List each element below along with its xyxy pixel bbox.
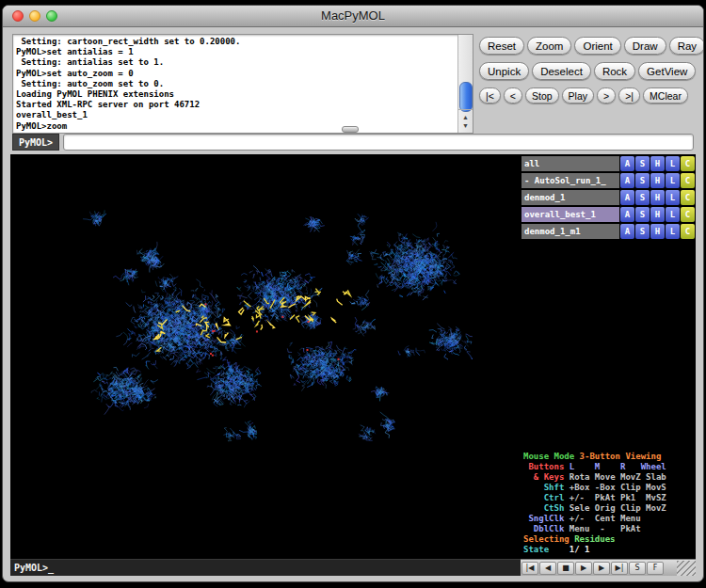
playback-button-0[interactable]: |◀ [521,562,538,575]
control-button-unpick[interactable]: Unpick [479,62,529,80]
mouse-panel-text: L M R Wheel [570,462,666,471]
object-action-s-button[interactable]: S [635,173,650,188]
object-action-l-button[interactable]: L [666,190,680,205]
playback-button-1[interactable]: ◀ [539,562,556,575]
resize-grip[interactable] [677,561,696,576]
mouse-panel-text: & Keys [523,472,570,482]
object-action-l-button[interactable]: L [666,224,680,239]
playback-button-4[interactable]: ▶ [593,562,610,575]
object-action-h-button[interactable]: H [650,224,665,239]
playback-button-7[interactable]: F [647,562,664,575]
control-button-btn[interactable]: >| [618,87,640,103]
object-action-s-button[interactable]: S [635,224,650,239]
console-line: PyMOL>set auto_zoom = 0 [16,69,456,79]
object-action-l-button[interactable]: L [666,156,680,171]
object-action-s-button[interactable]: S [635,207,650,222]
console-line: Setting: antialias set to 1. [16,57,456,68]
macpymol-window: MacPyMOL Setting: cartoon_rect_width set… [2,5,704,582]
control-row-2: UnpickDeselectRockGetView [479,62,696,80]
object-action-c-button[interactable]: C [681,156,695,171]
molecular-viewport[interactable] [10,154,521,559]
mouse-panel: Mouse Mode 3-Button Viewing Buttons L M … [523,452,696,555]
object-action-a-button[interactable]: A [620,207,634,222]
mouse-panel-line[interactable]: Mouse Mode 3-Button Viewing [523,452,696,462]
mouse-panel-text: +Box -Box Clip MovS [570,483,666,492]
object-name[interactable]: denmod_1 [521,190,619,205]
object-action-c-button[interactable]: C [681,173,695,188]
object-action-a-button[interactable]: A [620,190,634,205]
object-action-s-button[interactable]: S [635,190,650,205]
object-action-h-button[interactable]: H [650,190,665,205]
control-button-btn[interactable]: < [504,87,522,103]
object-name[interactable]: - AutoSol_run_1_ [521,173,619,188]
scrollbar-arrows[interactable]: ▲ ▼ [458,109,473,133]
console-text: Setting: cartoon_rect_width set to 0.200… [16,37,456,131]
mouse-panel-line[interactable]: Selecting Residues [523,534,696,545]
object-action-l-button[interactable]: L [666,173,680,188]
console-scrollbar[interactable]: ▲ ▼ [457,35,473,133]
mouse-panel-text: Ctrl [523,493,570,502]
titlebar[interactable]: MacPyMOL [3,6,703,27]
console-line: overall_best_1 [16,110,456,120]
control-button-ray[interactable]: Ray [669,37,704,55]
viewer-prompt: PyMOL>_ [10,559,521,576]
object-action-a-button[interactable]: A [620,156,634,171]
scroll-up-icon[interactable]: ▲ [462,113,469,121]
control-button-btn[interactable]: |< [479,87,501,103]
object-action-h-button[interactable]: H [650,156,665,171]
control-button-rock[interactable]: Rock [594,62,635,80]
object-action-l-button[interactable]: L [666,207,680,222]
mouse-panel-text: 1/ 1 [554,545,590,554]
control-button-deselect[interactable]: Deselect [532,62,591,80]
object-action-c-button[interactable]: C [681,190,695,205]
mouse-panel-line[interactable]: State 1/ 1 [523,545,696,555]
mouse-panel-line: SnglClk +/- Cent Menu [523,514,696,524]
object-action-h-button[interactable]: H [650,173,665,188]
playback-button-6[interactable]: S [629,562,646,575]
control-button-play[interactable]: Play [562,87,594,103]
control-row-3: |<<StopPlay>>|MClear [479,87,688,103]
scrollbar-thumb[interactable] [459,82,473,112]
mouse-panel-text: DblClk [523,524,570,533]
object-row: denmod_1ASHLC [521,190,695,205]
control-button-stop[interactable]: Stop [525,87,559,103]
object-name[interactable]: overall_best_1 [521,207,619,222]
object-action-s-button[interactable]: S [635,156,650,171]
playback-button-3[interactable]: ▶ [575,562,592,575]
mouse-panel-line: Ctrl +/- PkAt Pk1 MvSZ [523,493,696,503]
object-row: - AutoSol_run_1_ASHLC [521,173,695,188]
control-row-1: ResetZoomOrientDrawRay [479,37,704,55]
playback-button-5[interactable]: ▶| [611,562,628,575]
mouse-panel-text: Selecting [523,534,574,544]
control-button-getview[interactable]: GetView [638,62,696,80]
console-log[interactable]: Setting: cartoon_rect_width set to 0.200… [12,34,473,134]
mouse-panel-text: Shft [523,483,570,492]
splitter-handle[interactable] [342,126,359,133]
mouse-panel-line: & Keys Rota Move MovZ Slab [523,472,696,483]
object-action-a-button[interactable]: A [620,224,634,239]
mouse-panel-text: Buttons [523,462,570,471]
control-button-mclear[interactable]: MClear [643,87,688,103]
control-button-draw[interactable]: Draw [624,37,666,55]
command-input[interactable] [63,134,694,151]
playback-bar: |◀◀■▶▶▶|SF [521,559,696,576]
playback-button-2[interactable]: ■ [557,562,574,575]
object-action-a-button[interactable]: A [620,173,634,188]
mouse-panel-text: +/- Cent Menu [570,514,641,523]
right-panel: allASHLC- AutoSol_run_1_ASHLCdenmod_1ASH… [521,154,696,576]
control-button-orient[interactable]: Orient [574,37,620,55]
control-button-reset[interactable]: Reset [479,37,524,55]
console-line: PyMOL>set antialias = 1 [16,47,456,57]
object-row: overall_best_1ASHLC [521,207,695,222]
object-name[interactable]: all [521,156,619,171]
mouse-panel-text: SnglClk [523,514,570,523]
object-action-h-button[interactable]: H [650,207,665,222]
object-name[interactable]: denmod_1_m1 [521,224,619,239]
mouse-panel-text: Rota Move MovZ Slab [570,472,666,482]
control-button-btn[interactable]: > [597,87,616,103]
control-button-zoom[interactable]: Zoom [527,37,571,55]
object-action-c-button[interactable]: C [681,224,695,239]
object-action-c-button[interactable]: C [681,207,695,222]
mouse-panel-line: Shft +Box -Box Clip MovS [523,483,696,493]
scroll-down-icon[interactable]: ▼ [462,121,469,130]
